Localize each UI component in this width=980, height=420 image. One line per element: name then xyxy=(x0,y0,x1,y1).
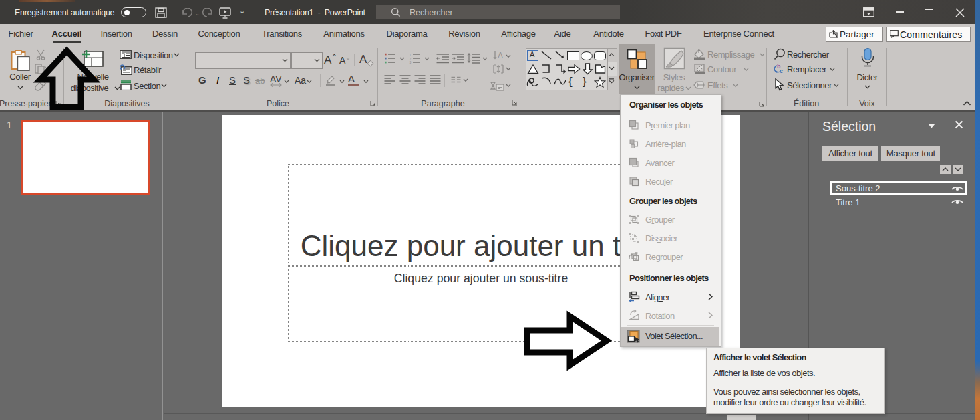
svg-text:3: 3 xyxy=(410,60,412,64)
svg-text:A: A xyxy=(498,51,503,60)
svg-text:c: c xyxy=(780,68,783,74)
